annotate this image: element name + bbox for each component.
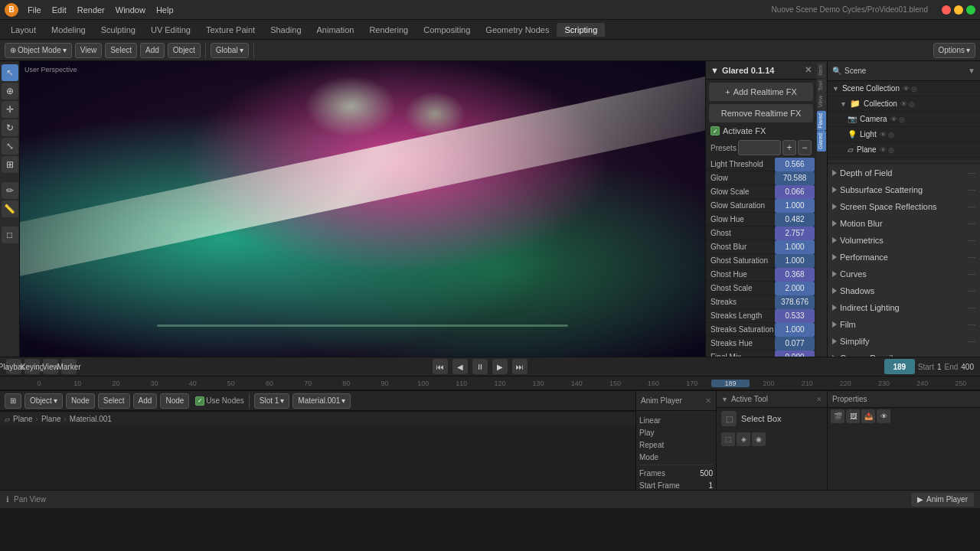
light-row[interactable]: 💡 Light 👁 ◎ [828, 127, 980, 142]
activate-fx-checkbox[interactable]: ✓ [710, 126, 720, 135]
param-value-11[interactable]: 0.533 [775, 309, 815, 323]
param-value-8[interactable]: 0.368 [775, 268, 815, 282]
node-node-btn[interactable]: Node [160, 393, 189, 409]
tab-layout[interactable]: Layout [3, 23, 44, 37]
param-value-12[interactable]: 1.000 [775, 323, 815, 337]
scale-tool[interactable]: ⤡ [2, 138, 18, 155]
search-icon[interactable]: 🔍 [832, 67, 841, 75]
side-tab-tool[interactable]: Tool [817, 79, 826, 93]
light-render-icon[interactable]: ◎ [888, 131, 894, 139]
scene-collection-root[interactable]: ▼ Scene Collection 👁 ◎ [828, 81, 980, 96]
menu-edit[interactable]: Edit [47, 4, 71, 16]
slot-dropdown[interactable]: Slot 1 ▾ [254, 393, 290, 409]
camera-eye-icon[interactable]: 👁 [890, 116, 897, 123]
start-value[interactable]: 1 [937, 363, 942, 371]
viewport[interactable]: User Perspective [20, 61, 705, 357]
section-shadows[interactable]: Shadows — [828, 282, 980, 299]
use-nodes-checkbox[interactable]: ✓ [195, 396, 204, 406]
keying-menu[interactable]: Keying [24, 359, 40, 374]
props-output-icon[interactable]: 📤 [861, 409, 875, 423]
light-eye-icon[interactable]: 👁 [880, 131, 887, 139]
collection-eye-icon[interactable]: 👁 [900, 100, 907, 108]
scene-filter-icon[interactable]: ▼ [968, 67, 975, 75]
tab-scripting[interactable]: Scripting [557, 23, 605, 37]
param-value-13[interactable]: 0.077 [775, 337, 815, 350]
section-screen-space-reflections[interactable]: Screen Space Reflections — [828, 198, 980, 215]
camera-render-icon[interactable]: ◎ [899, 116, 905, 123]
render-icon[interactable]: ◎ [911, 85, 917, 93]
activate-fx-row[interactable]: ✓ Activate FX [706, 124, 816, 138]
minimize-btn[interactable] [954, 5, 963, 15]
current-frame-input[interactable]: 189 [884, 359, 915, 374]
collection-render-icon[interactable]: ◎ [909, 100, 915, 108]
maximize-btn[interactable] [966, 5, 975, 15]
param-value-5[interactable]: 2.757 [775, 227, 815, 240]
presets-dropdown[interactable] [738, 140, 781, 155]
side-tab-glared[interactable]: Glared [817, 131, 826, 152]
node-object-btn[interactable]: Object ▾ [24, 393, 63, 409]
go-to-end-btn[interactable]: ⏭ [512, 359, 528, 374]
marker-menu[interactable]: Marker [61, 359, 77, 374]
props-scene-icon[interactable]: 🎬 [831, 409, 844, 423]
anim-player-btn[interactable]: ▶ Anim Player [911, 493, 974, 507]
view-menu-timeline[interactable]: View [43, 359, 58, 374]
glared-panel-header[interactable]: ▼ Glared 0.1.14 ✕ [706, 61, 816, 80]
tab-sculpting[interactable]: Sculpting [93, 23, 143, 37]
next-frame-btn[interactable]: ▶ [492, 359, 508, 374]
object-menu[interactable]: Object [168, 43, 201, 58]
plane-render-icon[interactable]: ◎ [888, 146, 894, 154]
section-volumetrics[interactable]: Volumetrics — [828, 232, 980, 249]
section-performance[interactable]: Performance — [828, 249, 980, 266]
go-to-start-btn[interactable]: ⏮ [433, 359, 448, 374]
remove-realtime-fx-btn[interactable]: Remove Realtime FX [709, 104, 813, 122]
global-dropdown[interactable]: Global ▾ [211, 43, 249, 58]
tab-compositing[interactable]: Compositing [416, 23, 478, 37]
tool-icon-1[interactable]: ⬚ [721, 432, 735, 446]
menu-file[interactable]: File [23, 4, 46, 16]
select-tool[interactable]: ↖ [2, 64, 18, 81]
add-menu[interactable]: Add [140, 43, 165, 58]
param-value-9[interactable]: 2.000 [775, 282, 815, 295]
side-tab-view[interactable]: View [817, 93, 826, 109]
param-value-14[interactable]: 0.000 [775, 350, 815, 357]
breadcrumb-plane-1[interactable]: Plane [13, 415, 33, 423]
param-value-4[interactable]: 0.482 [775, 213, 815, 227]
collection-row[interactable]: ▼ 📁 Collection 👁 ◎ [828, 96, 980, 112]
end-value[interactable]: 400 [961, 363, 974, 371]
camera-row[interactable]: 📷 Camera 👁 ◎ [828, 112, 980, 127]
section-simplify[interactable]: Simplify — [828, 333, 980, 350]
side-tab-item[interactable]: Item [817, 63, 826, 78]
tab-texture-paint[interactable]: Texture Paint [198, 23, 263, 37]
node-add-btn[interactable]: Add [133, 393, 158, 409]
tab-shading[interactable]: Shading [263, 23, 309, 37]
material-dropdown[interactable]: Material.001 ▾ [292, 393, 351, 409]
plane-row[interactable]: ▱ Plane 👁 ◎ [828, 142, 980, 158]
param-value-7[interactable]: 1.000 [775, 254, 815, 268]
menu-help[interactable]: Help [152, 4, 178, 16]
active-tool-close[interactable]: ✕ [816, 396, 822, 403]
section-subsurface-scattering[interactable]: Subsurface Scattering — [828, 181, 980, 198]
tool-icon-2[interactable]: ◈ [737, 432, 750, 446]
param-value-6[interactable]: 1.000 [775, 240, 815, 254]
section-indirect-lighting[interactable]: Indirect Lighting — [828, 299, 980, 316]
measure-tool[interactable]: 📏 [2, 201, 18, 217]
param-value-0[interactable]: 0.566 [775, 158, 815, 171]
playback-menu[interactable]: Playback [6, 359, 21, 374]
add-realtime-fx-btn[interactable]: + Add Realtime FX [709, 83, 813, 101]
section-grease-pencil[interactable]: Grease Pencil — [828, 350, 980, 357]
node-view-btn[interactable]: Node [66, 393, 95, 409]
close-btn[interactable] [942, 5, 951, 15]
move-tool[interactable]: ✛ [2, 101, 18, 118]
menu-render[interactable]: Render [73, 4, 109, 16]
options-btn[interactable]: Options ▾ [933, 43, 975, 58]
breadcrumb-plane-2[interactable]: Plane [41, 415, 61, 423]
select-box-row[interactable]: ⬚ Select Box [717, 408, 827, 429]
tool-icon-3[interactable]: ◉ [752, 432, 766, 446]
tab-modeling[interactable]: Modeling [44, 23, 93, 37]
object-mode-dropdown[interactable]: ⊕ Object Mode ▾ [5, 43, 72, 58]
glared-close-icon[interactable]: ✕ [805, 65, 812, 75]
add-cube-tool[interactable]: □ [2, 227, 18, 243]
breadcrumb-material[interactable]: Material.001 [70, 415, 112, 423]
tab-rendering[interactable]: Rendering [361, 23, 416, 37]
view-menu[interactable]: View [75, 43, 103, 58]
